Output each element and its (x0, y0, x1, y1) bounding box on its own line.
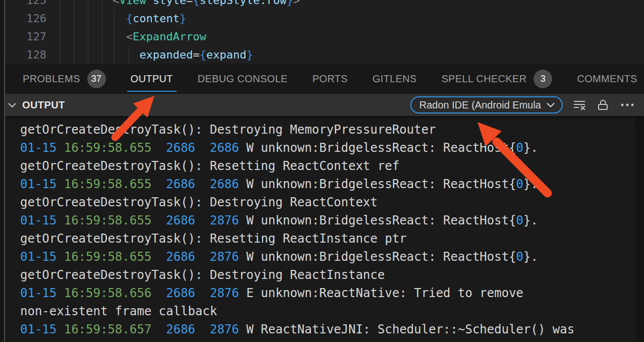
panel-tab-bar: PROBLEMS37OUTPUTDEBUG CONSOLEPORTSGITLEN… (0, 64, 644, 94)
vscode-window: 125 <View style={stepStyle.row}>126 {con… (0, 0, 644, 342)
tab-comments[interactable]: COMMENTS (577, 64, 637, 94)
code-line: 128 expanded={expand} (0, 46, 644, 64)
editor-pane: 125 <View style={stepStyle.row}>126 {con… (0, 0, 644, 64)
tab-debug-console[interactable]: DEBUG CONSOLE (198, 64, 288, 94)
tab-spell-checker[interactable]: SPELL CHECKER3 (442, 64, 553, 94)
log-line: 01-15 16:59:58.655 2686 2686 W unknown:B… (20, 139, 644, 157)
tab-ports[interactable]: PORTS (312, 64, 348, 94)
chevron-down-icon (546, 101, 555, 108)
output-panel-title: OUTPUT (22, 99, 65, 111)
tab-problems[interactable]: PROBLEMS37 (23, 64, 106, 94)
tab-label: OUTPUT (131, 73, 173, 85)
line-number: 125 (0, 0, 46, 10)
log-list: getOrCreateDestroyTask(): Destroying Mem… (0, 116, 644, 338)
log-line: 01-15 16:59:58.655 2686 2876 W unknown:B… (20, 211, 644, 230)
more-actions-icon[interactable] (620, 98, 635, 111)
panel-left-edge (0, 0, 4, 342)
line-number: 127 (0, 28, 46, 46)
panel-left-border (4, 0, 5, 342)
log-line: getOrCreateDestroyTask(): Destroying Rea… (20, 266, 644, 284)
tab-gitlens[interactable]: GITLENS (372, 64, 417, 94)
log-line: 01-15 16:59:58.657 2686 2876 W ReactNati… (20, 320, 644, 338)
log-line: 01-15 16:59:58.655 2686 2686 W unknown:B… (20, 175, 644, 193)
output-panel-header: OUTPUT Radon IDE (Android Emula (0, 94, 644, 116)
tab-badge: 37 (87, 70, 106, 88)
code-line: 126 {content} (0, 10, 644, 28)
code-line: 127 <ExpandArrow (0, 28, 644, 46)
header-actions: Radon IDE (Android Emula (410, 94, 635, 116)
tab-label: GITLENS (372, 73, 417, 85)
unlock-icon[interactable] (596, 98, 610, 111)
chevron-down-icon[interactable] (7, 100, 17, 109)
tab-badge: 3 (533, 70, 552, 88)
line-number: 126 (0, 10, 46, 28)
output-channel-label: Radon IDE (Android Emula (419, 99, 541, 111)
log-line: getOrCreateDestroyTask(): Destroying Rea… (20, 193, 644, 211)
log-line: getOrCreateDestroyTask(): Resetting Reac… (20, 157, 644, 175)
line-number: 128 (0, 46, 46, 64)
scrollbar[interactable] (635, 116, 644, 342)
log-line: non-existent frame callback (20, 302, 644, 320)
tab-label: DEBUG CONSOLE (198, 73, 288, 85)
tab-output[interactable]: OUTPUT (131, 64, 173, 94)
tab-label: SPELL CHECKER (442, 73, 527, 85)
tab-label: PROBLEMS (23, 73, 80, 85)
tab-label: PORTS (312, 73, 348, 85)
log-line: getOrCreateDestroyTask(): Resetting Reac… (20, 230, 644, 248)
code-line: 125 <View style={stepStyle.row}> (0, 0, 644, 10)
clear-output-icon[interactable] (572, 98, 586, 111)
tab-label: COMMENTS (577, 73, 637, 85)
output-channel-dropdown[interactable]: Radon IDE (Android Emula (410, 96, 563, 113)
output-log: getOrCreateDestroyTask(): Destroying Mem… (0, 116, 644, 342)
log-line: 01-15 16:59:58.655 2686 2876 W unknown:B… (20, 248, 644, 266)
log-line: 01-15 16:59:58.656 2686 2876 E unknown:R… (20, 284, 644, 302)
log-line: getOrCreateDestroyTask(): Destroying Mem… (20, 121, 644, 139)
